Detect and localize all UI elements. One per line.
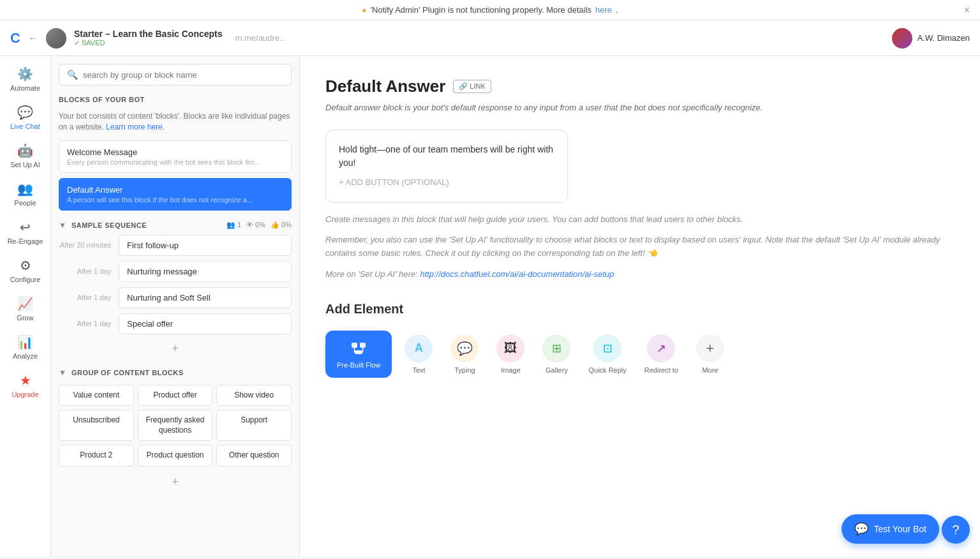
sequence-row-3: After 1 day Special offer xyxy=(59,313,292,334)
seq-block-2[interactable]: Nurturing and Soft Sell xyxy=(119,287,292,308)
ai-docs-link[interactable]: http://docs.chatfuel.com/ai/ai-documenta… xyxy=(420,269,614,279)
sidebar: ⚙️ Automate 💬 Live Chat 🤖 Set Up AI 👥 Pe… xyxy=(0,56,51,556)
group-add-block[interactable]: + xyxy=(59,472,292,493)
group-block-other-question[interactable]: Other question xyxy=(216,445,292,466)
add-button-optional[interactable]: + ADD BUTTON (OPTIONAL) xyxy=(339,170,554,190)
sidebar-item-automate[interactable]: ⚙️ Automate xyxy=(3,61,48,97)
sequence-add-row[interactable]: + xyxy=(59,339,292,358)
typing-label: Typing xyxy=(454,366,475,374)
quick-reply-icon: ⊡ xyxy=(593,334,621,362)
user-info: A.W. Dimazen xyxy=(892,28,970,48)
sequence-stats: 👥 1 👁 0% 👍 0% xyxy=(226,221,292,229)
analyze-icon: 📊 xyxy=(17,334,33,350)
notification-bar: ● 'Notify Admin' Plugin is not functioni… xyxy=(0,0,980,20)
seq-block-3[interactable]: Special offer xyxy=(119,313,292,334)
logo[interactable]: C xyxy=(10,30,20,47)
notification-link[interactable]: here xyxy=(595,5,612,15)
group-block-support[interactable]: Support xyxy=(216,410,292,441)
group-grid: Value content Product offer Show video U… xyxy=(59,385,292,466)
block-welcome-desc: Every person communicating with the bot … xyxy=(67,158,283,166)
help-button[interactable]: ? xyxy=(942,516,970,544)
message-text: Hold tight—one of our team members will … xyxy=(339,143,554,170)
add-element-title: Add Element xyxy=(325,302,954,317)
element-redirect[interactable]: ↗ Redirect to xyxy=(639,329,683,379)
sidebar-label-grow: Grow xyxy=(17,314,33,322)
sidebar-item-configure[interactable]: ⚙ Configure xyxy=(3,253,48,288)
group-block-unsubscribed[interactable]: Unsubscribed xyxy=(59,410,134,441)
seq-delay-2: After 1 day xyxy=(59,294,116,301)
messenger-icon: 💬 xyxy=(854,522,868,536)
saved-status: ✓ SAVED xyxy=(74,39,223,47)
message-bubble: Hold tight—one of our team members will … xyxy=(325,130,568,203)
sequence-section: ▼ SAMPLE SEQUENCE 👥 1 👁 0% 👍 0% xyxy=(59,221,292,230)
search-input[interactable] xyxy=(83,70,283,80)
content-title: Default Answer xyxy=(325,77,445,96)
sequence-row-2: After 1 day Nurturing and Soft Sell xyxy=(59,287,292,308)
notification-close[interactable]: × xyxy=(964,4,970,16)
sidebar-item-re-engage[interactable]: ↩ Re-Engage xyxy=(3,214,48,250)
pre-built-flow-label: Pre-Built Flow xyxy=(337,361,380,369)
sidebar-item-analyze[interactable]: 📊 Analyze xyxy=(3,329,48,365)
more-label: More xyxy=(702,366,718,374)
block-default-name: Default Answer xyxy=(67,185,283,195)
group-block-show-video[interactable]: Show video xyxy=(216,385,292,406)
notification-dot: ● xyxy=(362,6,366,15)
group-block-product-2[interactable]: Product 2 xyxy=(59,445,134,466)
content-info-1: Create messages in this block that will … xyxy=(325,213,954,227)
sidebar-item-upgrade[interactable]: ★ Upgrade xyxy=(3,368,48,403)
typing-icon: 💬 xyxy=(450,334,479,362)
block-welcome-name: Welcome Message xyxy=(67,147,283,157)
element-text[interactable]: A Text xyxy=(399,329,438,379)
automate-icon: ⚙️ xyxy=(17,66,33,82)
group-toggle[interactable]: ▼ xyxy=(59,368,66,377)
people-icon: 👥 xyxy=(17,181,33,197)
test-bot-button[interactable]: 💬 Test Your Bot xyxy=(842,514,939,544)
help-icon: ? xyxy=(952,523,959,537)
group-block-faq[interactable]: Frequently asked questions xyxy=(138,410,213,441)
search-box[interactable]: 🔍 xyxy=(59,64,292,86)
sidebar-label-re-engage: Re-Engage xyxy=(8,237,43,245)
blocks-section-title: BLOCKS OF YOUR BOT xyxy=(59,96,292,103)
sidebar-item-set-up-ai[interactable]: 🤖 Set Up AI xyxy=(3,138,48,174)
block-default-answer[interactable]: Default Answer A person will see this bl… xyxy=(59,178,292,211)
seq-delay-1: After 1 day xyxy=(59,267,116,275)
element-quick-reply[interactable]: ⊡ Quick Reply xyxy=(583,329,631,379)
back-button[interactable]: ← xyxy=(28,33,38,44)
link-badge[interactable]: 🔗 LINK xyxy=(453,80,491,93)
content-info-2: Remember, you also can use the 'Set Up A… xyxy=(325,234,954,260)
bot-name: Starter – Learn the Basic Concepts xyxy=(74,29,223,39)
re-engage-icon: ↩ xyxy=(20,220,31,235)
url-display[interactable]: m.me/audre... xyxy=(230,33,884,43)
bot-info: Starter – Learn the Basic Concepts ✓ SAV… xyxy=(74,29,223,47)
element-buttons: Pre-Built Flow A Text 💬 Typing xyxy=(325,329,954,379)
main-layout: ⚙️ Automate 💬 Live Chat 🤖 Set Up AI 👥 Pe… xyxy=(0,56,980,556)
sequence-toggle[interactable]: ▼ xyxy=(59,221,66,230)
sequence-views: 👁 0% xyxy=(246,221,265,229)
block-welcome-message[interactable]: Welcome Message Every person communicati… xyxy=(59,140,292,173)
configure-icon: ⚙ xyxy=(20,258,31,273)
element-image[interactable]: 🖼 Image xyxy=(491,329,530,379)
group-block-product-question[interactable]: Product question xyxy=(138,445,213,466)
svg-rect-0 xyxy=(352,343,357,348)
quick-reply-label: Quick Reply xyxy=(588,366,626,374)
upgrade-icon: ★ xyxy=(20,373,31,388)
element-more[interactable]: + More xyxy=(691,329,729,379)
group-block-product-offer[interactable]: Product offer xyxy=(138,385,213,406)
sidebar-item-grow[interactable]: 📈 Grow xyxy=(3,291,48,327)
learn-more-link[interactable]: Learn more here xyxy=(106,123,163,131)
group-block-value-content[interactable]: Value content xyxy=(59,385,134,406)
seq-block-0[interactable]: First follow-up xyxy=(119,235,292,256)
seq-block-1[interactable]: Nurturing message xyxy=(119,261,292,282)
element-gallery[interactable]: ⊞ Gallery xyxy=(537,329,575,379)
element-pre-built-flow[interactable]: Pre-Built Flow xyxy=(325,331,392,378)
notification-period: . xyxy=(616,5,618,15)
content-info-3: More on 'Set Up AI' here: http://docs.ch… xyxy=(325,268,954,281)
sidebar-item-people[interactable]: 👥 People xyxy=(3,176,48,212)
element-typing[interactable]: 💬 Typing xyxy=(445,329,484,379)
more-icon: + xyxy=(696,334,724,362)
sidebar-label-analyze: Analyze xyxy=(13,352,38,360)
sidebar-item-live-chat[interactable]: 💬 Live Chat xyxy=(3,100,48,135)
blocks-panel: 🔍 BLOCKS OF YOUR BOT Your bot consists o… xyxy=(51,56,300,556)
group-title: GROUP OF CONTENT BLOCKS xyxy=(71,369,184,376)
svg-rect-1 xyxy=(360,343,366,348)
